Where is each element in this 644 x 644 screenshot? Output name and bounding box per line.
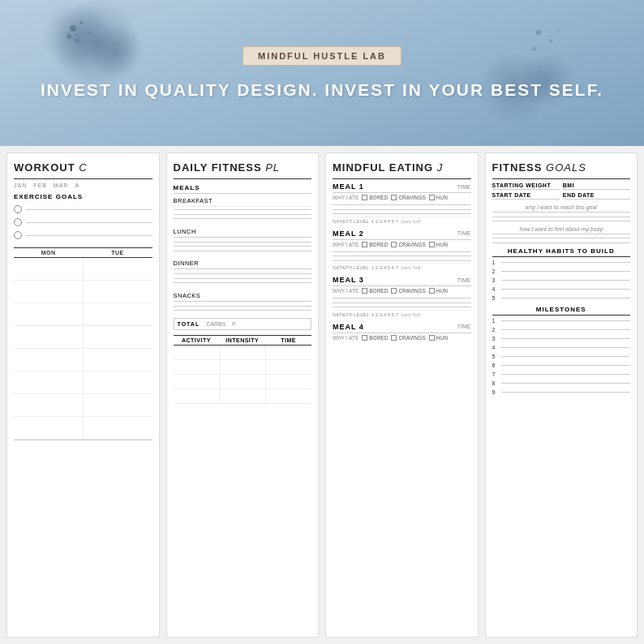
eating-meal-3-time: TIME: [457, 277, 471, 283]
circle-line-3: [26, 235, 152, 236]
workout-row-1: [14, 258, 152, 281]
eating-meal-3-title: MEAL 3: [333, 276, 364, 284]
eating-why-2: WHY I ATE BORED CRAVINGS HUN: [333, 242, 471, 247]
dinner-line-3: [174, 282, 312, 283]
brand-label: MINDFUL HUSTLE LAB: [258, 51, 386, 61]
habit-2: 2: [492, 268, 631, 274]
eating-meal-4-title: MEAL 4: [333, 323, 364, 331]
circle-line-2: [26, 222, 152, 223]
totals-row: TOTAL CARBS P: [174, 318, 312, 330]
svg-point-1: [79, 21, 83, 24]
a-cell-12: [266, 389, 311, 403]
workout-cell-2: [84, 258, 152, 280]
brand-badge: MINDFUL HUSTLE LAB: [243, 46, 401, 66]
circle-item-1: [14, 205, 152, 213]
eating-why-4: WHY I ATE BORED CRAVINGS HUN: [333, 335, 471, 341]
dinner-section: DINNER: [174, 258, 312, 286]
activity-table: ACTIVITY INTENSITY TIME: [174, 335, 312, 404]
meals-label: MEALS: [174, 182, 312, 194]
milestone-3: 3: [492, 336, 631, 341]
why-label-1: WHY I ATE: [333, 195, 358, 200]
month-apr: A: [75, 182, 79, 188]
meals-section: MEALS BREAKFAST: [174, 182, 312, 221]
milestone-5: 5: [492, 354, 631, 359]
goal-text-1: why I want to reach this goal: [492, 204, 631, 210]
satiety-nums-2: 1 2 3 4 5 6 7: [371, 265, 398, 270]
breakfast-lines: [174, 207, 312, 221]
workout-cell-8: [84, 326, 152, 348]
workout-row-8: [14, 417, 152, 440]
activity-row-2: [174, 360, 312, 375]
activity-col-2: INTENSITY: [219, 337, 265, 343]
workout-grid: [14, 258, 152, 440]
workout-cell-13: [14, 394, 84, 416]
workout-cell-9: [14, 349, 84, 371]
workout-row-7: [14, 394, 152, 417]
weight-bmi-row: STARTING WEIGHT BMI: [492, 182, 631, 190]
content-area: WORKOUT C JAN FEB MAR A EXERCISE GOALS: [0, 146, 644, 644]
milestones-section: MILESTONES 1 2 3 4 5 6 7 8 9: [492, 306, 631, 395]
activity-row-3: [174, 375, 312, 389]
svg-point-0: [70, 25, 76, 32]
a-cell-10: [174, 389, 220, 403]
milestone-9: 9: [492, 389, 631, 395]
satiety-label-2: SATIETY LEVEL: [333, 265, 369, 270]
workout-row-6: [14, 371, 152, 394]
lunch-section: LUNCH: [174, 226, 312, 254]
dinner-line-1: [174, 273, 312, 274]
daily-fitness-panel: DAILY FITNESS PL MEALS BREAKFAST LUNCH D…: [166, 152, 320, 638]
habit-5: 5: [492, 295, 631, 301]
activity-col-1: ACTIVITY: [174, 337, 220, 343]
start-date-field: START DATE: [492, 192, 560, 200]
totals-label: TOTAL: [178, 321, 200, 327]
month-mar: MAR: [54, 182, 69, 188]
eating-meal-3-header: MEAL 3 TIME: [333, 276, 471, 286]
fitness-goals-divider: [492, 178, 631, 179]
eating-meal-1: MEAL 1 TIME WHY I ATE BORED CRAVINGS HUN…: [333, 182, 471, 225]
eating-meal-3: MEAL 3 TIME WHY I ATE BORED CRAVINGS HUN…: [333, 276, 471, 319]
why-label-3: WHY I ATE: [333, 288, 358, 294]
days-header: MON TUE: [14, 247, 152, 258]
lunch-line-2: [174, 246, 312, 247]
bored-4: BORED: [362, 335, 388, 341]
breakfast-label: BREAKFAST: [174, 195, 312, 207]
bored-2: BORED: [362, 242, 388, 247]
breakfast-line-2: [174, 214, 312, 215]
svg-point-3: [88, 32, 91, 34]
lunch-lines: [174, 239, 312, 254]
daily-fitness-title: DAILY FITNESS PL: [174, 161, 312, 174]
circle-2: [14, 218, 22, 226]
habit-4: 4: [492, 286, 631, 292]
hungry-4: HUN: [429, 335, 448, 341]
totals-carbs: CARBS: [206, 321, 225, 327]
exercise-goals-label: EXERCISE GOALS: [14, 193, 152, 200]
activity-col-3: TIME: [265, 337, 311, 343]
healthy-habits-section: HEALTHY HABITS TO BUILD 1 2 3 4 5: [492, 247, 631, 301]
circle-3: [14, 231, 22, 239]
mindful-eating-panel: MINDFUL EATING J MEAL 1 TIME WHY I ATE B…: [325, 152, 479, 638]
satiety-1: SATIETY LEVEL 1 2 3 4 5 6 7 (very full): [333, 217, 471, 225]
workout-cell-11: [14, 371, 84, 393]
lunch-line-3: [174, 251, 312, 251]
habits-list: 1 2 3 4 5: [492, 260, 631, 301]
why-label-4: WHY I ATE: [333, 335, 358, 341]
bored-check-2: [362, 242, 367, 247]
eating-why-1: WHY I ATE BORED CRAVINGS HUN: [333, 195, 471, 200]
workout-row-2: [14, 281, 152, 303]
workout-cell-3: [14, 281, 84, 303]
hungry-1: HUN: [429, 195, 448, 200]
eating-lines-1: [333, 202, 471, 217]
workout-panel: WORKOUT C JAN FEB MAR A EXERCISE GOALS: [6, 152, 160, 638]
workout-row-3: [14, 303, 152, 326]
activity-header: ACTIVITY INTENSITY TIME: [174, 335, 312, 346]
eating-meal-4-time: TIME: [457, 324, 471, 329]
svg-point-7: [549, 39, 552, 42]
eating-lines-3: [333, 295, 471, 310]
mindful-eating-title: MINDFUL EATING J: [333, 161, 471, 174]
svg-point-6: [536, 30, 541, 35]
eating-meal-1-time: TIME: [457, 184, 471, 190]
a-cell-7: [174, 375, 220, 389]
hungry-check-4: [429, 335, 435, 341]
cravings-check-1: [391, 195, 397, 200]
milestone-8: 8: [492, 380, 631, 386]
